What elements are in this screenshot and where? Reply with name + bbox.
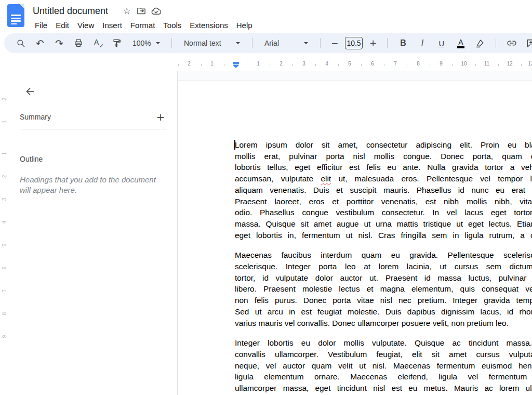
text-line[interactable]: eget lobortis in, fermentum ut nisl. Cra… xyxy=(235,230,532,241)
spellcheck-button[interactable]: A✓ xyxy=(89,35,106,51)
ruler-number: 4 xyxy=(325,61,328,67)
search-menus-button[interactable] xyxy=(12,35,29,51)
text-line[interactable]: scelerisque. Integer porta leo at lorem … xyxy=(235,261,532,272)
text-line[interactable]: massa. Quisque sit amet augue ut urna ma… xyxy=(235,218,532,230)
ruler-number: 2 xyxy=(2,173,7,181)
star-icon[interactable]: ☆ xyxy=(119,4,134,18)
ruler-number: 6 xyxy=(371,61,374,67)
chevron-down-icon xyxy=(156,42,160,44)
ruler-number: 9 xyxy=(440,61,443,67)
ruler-number: 1 xyxy=(257,61,260,67)
style-value: Normal text xyxy=(184,39,221,47)
text-line[interactable]: lobortis tellus, eget efficitur est feli… xyxy=(235,162,532,173)
increase-font-size-button[interactable]: + xyxy=(366,35,380,51)
print-button[interactable] xyxy=(70,35,87,51)
font-select[interactable]: Arial xyxy=(260,35,313,51)
insert-link-button[interactable] xyxy=(503,35,520,51)
document-text[interactable]: Lorem ipsum dolor sit amet, consectetur … xyxy=(235,139,532,395)
text-line[interactable]: Praesent laoreet, eros et porttitor vene… xyxy=(235,196,532,207)
outline-empty-hint: Headings that you add to the document wi… xyxy=(20,175,164,195)
ruler-number: 2 xyxy=(2,95,7,103)
ruler-number: 9 xyxy=(2,333,7,341)
text-line[interactable]: Lorem ipsum dolor sit amet, consectetur … xyxy=(235,139,532,151)
menu-edit[interactable]: Edit xyxy=(51,19,73,31)
misspelled-word[interactable]: elit xyxy=(321,174,331,183)
toolbar-separator xyxy=(252,38,252,48)
text-line[interactable]: non felis purus. Donec porta vitae nisl … xyxy=(235,295,532,306)
indent-marker[interactable] xyxy=(233,62,239,68)
paragraph-style-select[interactable]: Normal text xyxy=(179,35,245,51)
text-color-button[interactable]: A xyxy=(453,35,469,51)
font-value: Arial xyxy=(264,39,279,47)
top-bar: Untitled document ☆ File Edit View Inser… xyxy=(0,0,532,32)
text-line[interactable]: Integer lobortis eu dolor mollis vulputa… xyxy=(235,337,532,349)
left-indent-marker[interactable] xyxy=(233,65,239,68)
text-line[interactable]: accumsan, vulputate elit ut, malesuada e… xyxy=(235,173,532,185)
ruler-number: 5 xyxy=(348,61,351,67)
chevron-down-icon xyxy=(236,42,240,44)
menu-extensions[interactable]: Extensions xyxy=(185,19,232,31)
ruler-number: 2 xyxy=(280,61,283,67)
first-line-indent-marker[interactable] xyxy=(233,62,239,64)
text-line[interactable]: aliquam venenatis. Duis et suscipit maur… xyxy=(235,185,532,196)
ruler-number: 6 xyxy=(2,264,7,272)
text-line[interactable]: mollis erat, pulvinar porta nisl mollis … xyxy=(235,151,532,162)
text-color-swatch xyxy=(457,46,464,48)
ruler-number: 12 xyxy=(507,61,512,67)
add-summary-button[interactable]: + xyxy=(153,110,168,124)
vertical-ruler: 2 1 1 2 3 4 5 6 7 8 9 xyxy=(0,71,8,395)
text-line[interactable]: libero. Praesent molestie lectus et magn… xyxy=(235,283,532,295)
text-line[interactable]: Maecenas faucibus interdum quam eu gravi… xyxy=(235,249,532,261)
toolbar-separator xyxy=(171,38,172,48)
zoom-select[interactable]: 100% xyxy=(128,35,164,51)
toolbar-separator xyxy=(320,38,321,48)
menu-help[interactable]: Help xyxy=(232,19,257,31)
sidebar-divider xyxy=(20,129,166,129)
text-line[interactable]: ligula elementum ornare. Maecenas eleife… xyxy=(235,371,532,383)
toolbar-separator xyxy=(496,38,496,48)
menu-view[interactable]: View xyxy=(73,19,98,31)
text-line[interactable]: varius mauris vel convallis. Donec ullam… xyxy=(235,318,532,329)
menu-tools[interactable]: Tools xyxy=(159,19,185,31)
decrease-font-size-button[interactable]: − xyxy=(328,35,341,51)
menu-insert[interactable]: Insert xyxy=(98,19,126,31)
chevron-down-icon xyxy=(304,42,308,44)
text-line[interactable]: tortor, id vulputate dolor auctor ut. Pr… xyxy=(235,272,532,284)
undo-button[interactable]: ↶ xyxy=(32,35,48,51)
ruler-ticks xyxy=(178,64,532,66)
text-line[interactable]: neque, vel auctor quam velit ut nisl. Ma… xyxy=(235,360,532,372)
ruler-number: 8 xyxy=(2,310,7,318)
redo-button[interactable]: ↷ xyxy=(51,35,68,51)
paint-format-button[interactable] xyxy=(109,35,125,51)
add-comment-button[interactable] xyxy=(523,35,532,51)
close-sidebar-button[interactable] xyxy=(20,81,41,102)
zoom-value: 100% xyxy=(132,39,151,47)
ruler-number: 8 xyxy=(417,61,420,67)
docs-logo-icon[interactable] xyxy=(7,4,24,27)
text-segment: ut, malesuada eros. Pellentesque vel tem… xyxy=(331,174,532,183)
ruler-number: 1 xyxy=(2,150,7,158)
toolbar: ↶ ↷ A✓ 100% Normal text Arial − 10.5 + B xyxy=(4,33,532,53)
bold-button[interactable]: B xyxy=(395,35,411,51)
toolbar-row: ↶ ↷ A✓ 100% Normal text Arial − 10.5 + B xyxy=(0,32,532,56)
ruler-number: 2 xyxy=(188,61,191,67)
text-line[interactable]: ullamcorper massa, eget tincidunt nisl e… xyxy=(235,383,532,394)
cloud-status-icon[interactable] xyxy=(149,4,163,18)
italic-button[interactable]: I xyxy=(414,35,431,51)
underline-button[interactable]: U xyxy=(433,35,450,51)
summary-label: Summary xyxy=(20,113,51,121)
text-line[interactable]: convallis ullamcorper. Vestibulum feugia… xyxy=(235,349,532,360)
toolbar-separator xyxy=(387,38,388,48)
text-line[interactable]: Sed ut arcu in est feugiat molestie. Dui… xyxy=(235,306,532,318)
text-line[interactable]: odio. Phasellus congue vestibulum consec… xyxy=(235,207,532,218)
menu-bar: File Edit View Insert Format Tools Exten… xyxy=(31,19,257,31)
font-size-input[interactable]: 10.5 xyxy=(345,37,363,49)
menu-file[interactable]: File xyxy=(31,19,51,31)
move-to-folder-icon[interactable] xyxy=(134,4,149,18)
document-canvas: Lorem ipsum dolor sit amet, consectetur … xyxy=(178,71,532,395)
highlight-color-button[interactable] xyxy=(472,35,488,51)
document-title[interactable]: Untitled document xyxy=(31,6,110,17)
document-page[interactable]: Lorem ipsum dolor sit amet, consectetur … xyxy=(178,81,532,395)
ruler-number: 1 xyxy=(2,118,7,126)
menu-format[interactable]: Format xyxy=(126,19,159,31)
